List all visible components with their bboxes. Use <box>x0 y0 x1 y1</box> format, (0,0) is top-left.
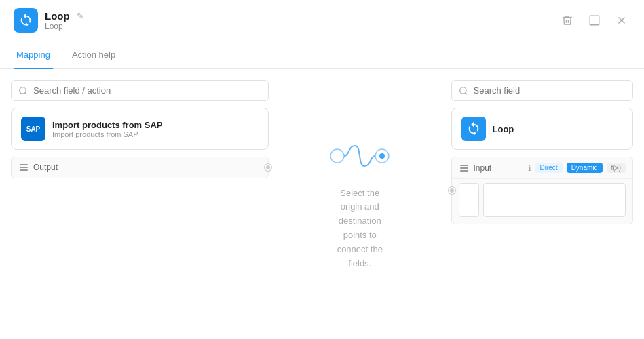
input-lines-icon <box>459 163 470 173</box>
left-search-input[interactable] <box>33 85 261 96</box>
svg-line-9 <box>465 92 467 94</box>
input-field-area <box>452 179 633 224</box>
input-row-header: Input ℹ Direct Dynamic f(x) <box>452 157 633 179</box>
direct-badge[interactable]: Direct <box>535 163 563 173</box>
middle-area: Select the origin and destination points… <box>269 80 451 330</box>
svg-point-3 <box>20 87 26 93</box>
right-search-box[interactable] <box>451 80 634 101</box>
output-label: Output <box>33 163 261 172</box>
fx-badge[interactable]: f(x) <box>607 163 626 173</box>
close-button[interactable] <box>613 12 630 29</box>
connector-illustration <box>329 139 390 176</box>
sap-icon: SAP <box>21 117 45 141</box>
input-label: Input <box>474 163 524 173</box>
app-icon <box>14 8 38 33</box>
loop-card-title: Loop <box>493 124 514 134</box>
header: Loop ✎ Loop <box>0 0 644 41</box>
source-card-text: Import products from SAP Import products… <box>52 120 163 138</box>
svg-point-7 <box>379 153 385 159</box>
info-icon[interactable]: ℹ <box>528 163 531 173</box>
header-title: Loop <box>45 10 70 22</box>
output-connector-dot[interactable] <box>265 164 271 171</box>
tabs-bar: Mapping Action help <box>0 41 644 69</box>
tab-mapping[interactable]: Mapping <box>14 41 53 69</box>
right-search-icon <box>459 86 468 96</box>
loop-card-icon <box>461 117 486 141</box>
loop-app-icon <box>18 13 33 28</box>
header-actions <box>558 12 630 29</box>
source-card-title: Import products from SAP <box>52 120 163 130</box>
header-title-group: Loop ✎ Loop <box>45 10 84 31</box>
input-connector-dot[interactable] <box>449 187 455 194</box>
svg-line-4 <box>25 92 27 94</box>
header-left: Loop ✎ Loop <box>14 8 84 33</box>
input-field-textarea[interactable] <box>483 183 626 217</box>
svg-rect-0 <box>590 16 599 25</box>
search-icon <box>18 86 28 96</box>
loop-card: Loop <box>451 108 634 150</box>
input-field-left <box>459 183 479 217</box>
output-row: Output <box>11 157 269 178</box>
connector-svg <box>329 139 390 173</box>
tab-action-help[interactable]: Action help <box>69 41 118 69</box>
center-hint: Select the origin and destination points… <box>337 186 383 271</box>
dynamic-badge[interactable]: Dynamic <box>567 163 603 173</box>
delete-button[interactable] <box>558 12 576 29</box>
left-panel: SAP Import products from SAP Import prod… <box>11 80 269 330</box>
svg-point-5 <box>330 149 344 163</box>
svg-point-8 <box>459 87 466 93</box>
edit-icon[interactable]: ✎ <box>77 11 84 21</box>
source-card-subtitle: Import products from SAP <box>52 130 163 138</box>
main-content: SAP Import products from SAP Import prod… <box>0 69 644 339</box>
source-card: SAP Import products from SAP Import prod… <box>11 108 269 150</box>
output-lines-icon <box>18 163 29 172</box>
left-search-box[interactable] <box>11 80 269 101</box>
header-subtitle: Loop <box>45 22 84 31</box>
right-panel: Loop Input ℹ Direct Dynamic f(x) <box>451 80 634 330</box>
right-search-input[interactable] <box>474 85 626 96</box>
expand-button[interactable] <box>586 12 603 29</box>
input-row: Input ℹ Direct Dynamic f(x) <box>451 157 634 224</box>
